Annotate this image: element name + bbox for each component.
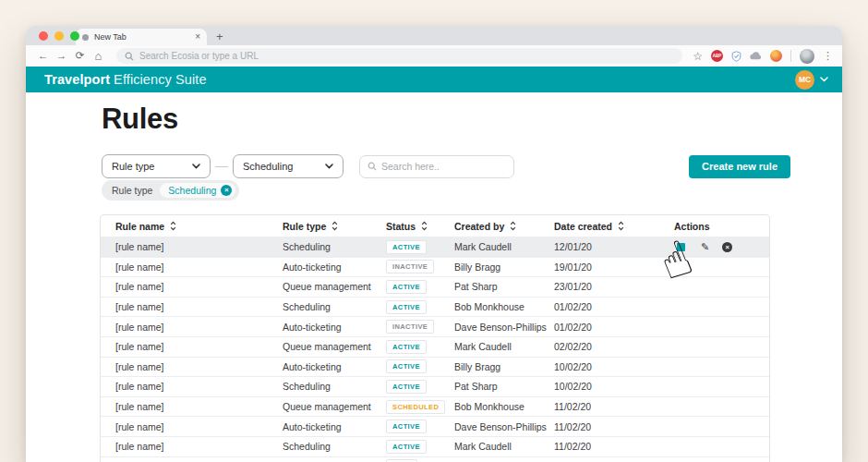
tab-favicon-icon [82,34,89,41]
rule-type-cell: Queue management [283,341,386,352]
tab-close-icon[interactable]: × [195,32,200,42]
sort-icon [421,221,428,231]
actions-cell [663,358,769,377]
user-menu[interactable]: MC [795,70,828,90]
cloud-extension-icon[interactable] [750,52,762,60]
user-avatar[interactable]: MC [795,70,814,90]
created-by-cell: Mark Caudell [454,241,554,252]
table-row[interactable]: [rule name]SchedulingACTIVEBob Monkhouse… [101,297,769,317]
zoom-window-button[interactable] [70,31,79,41]
table-row[interactable]: [rule name]SchedulingACTIVEMark Caudell1… [101,237,769,257]
column-header-date-created[interactable]: Date created [554,221,663,232]
rule-type-cell: Queue management [283,401,386,412]
rule-type-value-dropdown[interactable]: Scheduling [233,154,344,178]
created-by-cell: Pat Sharp [454,381,554,392]
column-header-actions: Actions [663,221,769,232]
created-by-cell: Dave Benson-Phillips [454,322,554,333]
delete-rule-icon[interactable]: × [722,242,732,252]
shield-extension-icon[interactable] [731,51,741,62]
browser-toolbar: ← → ⟳ ⌂ ☆ ABP ⋮ [26,45,842,67]
tab-title: New Tab [94,32,127,42]
sort-icon [618,221,624,231]
chevron-down-icon[interactable] [820,77,828,82]
toolbar-divider [790,50,791,62]
minimize-window-button[interactable] [54,31,64,41]
table-row[interactable]: [rule name]SchedulingACTIVEMark Caudell1… [101,436,769,456]
rule-type-cell: Scheduling [283,381,386,392]
table-search[interactable] [359,155,514,178]
column-header-rule-type[interactable]: Rule type [283,221,386,232]
table-row[interactable]: [rule name]Queue managementSCHEDULEDBob … [101,396,769,417]
close-window-button[interactable] [39,31,48,41]
created-by-cell: Pat Sharp [454,281,554,292]
bookmark-star-icon[interactable]: ☆ [693,51,703,62]
toggle-rule-icon[interactable] [677,243,685,251]
page-title: Rules [102,102,842,137]
rule-name-cell: [rule name] [115,281,283,292]
back-icon[interactable]: ← [35,51,51,62]
actions-cell [663,397,769,417]
date-created-cell: 12/01/20 [554,241,663,252]
date-created-cell: 11/02/20 [554,421,663,432]
rule-name-cell: [rule name] [115,401,283,412]
table-row[interactable]: [rule name]Auto-ticketingACTIVEDave Bens… [101,416,769,436]
filter-connector-line [215,166,228,167]
filter-chip-value-text: Scheduling [168,185,216,196]
search-input[interactable] [381,161,506,172]
date-created-cell: 23/01/20 [554,281,663,292]
created-by-cell: Mark Caudell [454,441,554,452]
forward-icon[interactable]: → [54,51,69,62]
status-cell: ACTIVE [386,340,454,354]
rule-type-value-label: Scheduling [243,161,293,172]
rule-name-cell: [rule name] [115,301,283,312]
rule-name-cell: [rule name] [115,381,283,392]
browser-menu-icon[interactable]: ⋮ [823,51,833,61]
created-by-cell: Mark Caudell [454,341,554,352]
browser-tab[interactable]: New Tab × [76,29,207,45]
profile-avatar-icon[interactable] [800,49,814,64]
column-header-created-by[interactable]: Created by [454,221,554,232]
table-row[interactable]: [rule name]Queue managementACTIVEPat Sha… [101,276,769,297]
status-badge: ACTIVE [386,359,427,373]
created-by-cell: Billy Bragg [454,361,554,372]
ecosia-extension-icon[interactable] [770,50,782,62]
status-cell: INACTIVE [386,320,454,334]
home-icon[interactable]: ⌂ [90,50,106,62]
date-created-cell: 19/01/20 [554,261,663,273]
table-row[interactable]: [rule name]Auto-ticketingINACTIVEBilly B… [101,257,769,277]
reload-icon[interactable]: ⟳ [72,51,88,62]
date-created-cell: 01/02/20 [554,301,663,312]
table-row[interactable]: [rule name]Auto-ticketingACTIVEBilly Bra… [101,357,769,377]
rule-name-cell: [rule name] [115,322,283,333]
status-cell: ACTIVE [386,280,454,294]
actions-cell [663,298,769,317]
chevron-down-icon [325,164,333,169]
brand-primary: Travelport [44,72,110,87]
address-bar[interactable] [116,48,682,64]
actions-cell [663,277,769,297]
rule-type-cell: Auto-ticketing [283,361,386,372]
created-by-cell: Dave Benson-Phillips [454,421,554,432]
actions-cell [663,377,769,396]
status-badge: ACTIVE [386,380,427,394]
rule-type-dropdown[interactable]: Rule type [102,154,211,178]
rule-name-cell: [rule name] [115,341,283,352]
column-header-rule-name[interactable]: Rule name [115,221,283,232]
app-header: TravelportEfficiency Suite MC [26,67,842,92]
status-cell: ACTIVE [386,240,454,254]
table-row[interactable] [101,456,769,462]
column-header-status[interactable]: Status [386,221,454,232]
edit-rule-icon[interactable]: ✎ [701,242,709,252]
remove-filter-icon[interactable]: × [221,185,232,196]
adblock-icon[interactable]: ABP [711,50,723,62]
rule-name-cell: [rule name] [115,441,283,452]
table-row[interactable]: [rule name]Auto-ticketingINACTIVEDave Be… [101,316,769,336]
table-row[interactable]: [rule name]Queue managementACTIVEMark Ca… [101,336,769,357]
url-input[interactable] [139,51,674,61]
table-row[interactable]: [rule name]SchedulingACTIVEPat Sharp10/0… [101,376,769,396]
created-by-cell: Billy Bragg [454,261,554,273]
new-tab-button[interactable]: + [216,30,223,43]
create-new-rule-button[interactable]: Create new rule [689,155,790,178]
tab-bar: New Tab × + [26,26,842,45]
column-label: Date created [554,221,612,232]
